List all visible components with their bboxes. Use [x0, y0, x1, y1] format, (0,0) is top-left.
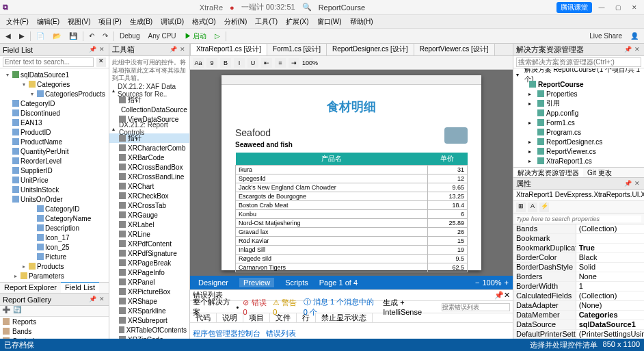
- error-col[interactable]: 禁止显示状态: [316, 313, 373, 323]
- toolbox-item[interactable]: XRCrossBandLine: [109, 172, 189, 181]
- toolbox-item[interactable]: XRSubreport: [109, 315, 189, 325]
- toolbox-item[interactable]: XRGauge: [109, 210, 189, 220]
- prop-row[interactable]: CalculatedFields(Collection): [513, 291, 644, 301]
- save-icon[interactable]: 💾: [66, 31, 80, 40]
- toolbox-item[interactable]: XRPictureBox: [109, 287, 189, 296]
- sol-item[interactable]: ▸Properties: [515, 89, 643, 99]
- tab-pkg-console[interactable]: 程序包管理器控制台: [193, 328, 260, 339]
- size-dropdown[interactable]: 9: [206, 58, 217, 68]
- pin-icon[interactable]: 📌: [623, 46, 632, 54]
- pin-icon[interactable]: 📌: [494, 291, 504, 299]
- pin-icon[interactable]: 📌: [88, 296, 96, 304]
- tree-item[interactable]: Icon_25: [1, 242, 107, 252]
- tree-item[interactable]: ▸Parameters: [1, 271, 107, 281]
- tab-git[interactable]: Git 更改: [583, 168, 616, 177]
- redo-icon[interactable]: ↷: [100, 31, 111, 40]
- sol-item[interactable]: ▸引用: [515, 99, 643, 108]
- menu-item[interactable]: 视图(V): [64, 16, 94, 28]
- tree-item[interactable]: CategoryName: [1, 213, 107, 223]
- property-object[interactable]: XtraReport1 DevExpress.XtraReports.UI.Xt…: [513, 190, 644, 201]
- menu-item[interactable]: 项目(P): [95, 16, 124, 28]
- prop-value[interactable]: 1: [576, 282, 644, 291]
- prop-row[interactable]: BookmarkDuplicateSuppTrue: [513, 244, 644, 253]
- sol-item[interactable]: ▸Form1.cs: [515, 118, 643, 127]
- toolbox-item[interactable]: XRPdfContent: [109, 239, 189, 248]
- gallery-refresh-icon[interactable]: 🔄: [12, 306, 22, 315]
- toolbox-item[interactable]: XRPanel: [109, 277, 189, 287]
- close-panel-icon[interactable]: ✕: [98, 296, 106, 304]
- gallery-add-icon[interactable]: ➕: [1, 306, 11, 315]
- toolbox-item[interactable]: XRTableOfContents: [109, 325, 189, 335]
- toolbox-group[interactable]: ▴DX.21.2: XAF Data Sources for Re..: [109, 86, 189, 95]
- tab-error-list[interactable]: 错误列表: [266, 328, 296, 339]
- toolbox-item[interactable]: XRLine: [109, 229, 189, 239]
- prop-value[interactable]: (PrinterSettingsUsing): [576, 330, 644, 339]
- tree-item[interactable]: ReorderLevel: [1, 156, 107, 166]
- minimize-icon[interactable]: —: [595, 3, 608, 12]
- new-icon[interactable]: 📄: [33, 31, 47, 40]
- error-col[interactable]: 行: [297, 313, 316, 323]
- property-search-input[interactable]: [516, 216, 641, 222]
- gallery-item[interactable]: Reports: [0, 317, 109, 326]
- prop-row[interactable]: DefaultPrinterSettingsUsin(PrinterSettin…: [513, 330, 644, 339]
- zoom-in-icon[interactable]: +: [505, 278, 509, 287]
- property-grid[interactable]: Bands(Collection)BookmarkBookmarkDuplica…: [513, 224, 644, 339]
- tree-item[interactable]: UnitsInStock: [1, 185, 107, 194]
- tree-item[interactable]: EAN13: [1, 118, 107, 127]
- menu-item[interactable]: 调试(D): [157, 16, 187, 28]
- menu-item[interactable]: 工具(T): [252, 16, 281, 28]
- tree-item[interactable]: UnitPrice: [1, 175, 107, 185]
- account-icon[interactable]: 👤: [628, 31, 641, 40]
- undo-icon[interactable]: ↶: [86, 31, 97, 40]
- doc-tab[interactable]: ReportViewer.cs [设计]: [414, 44, 495, 55]
- toolbox-item[interactable]: XRPdfSignature: [109, 248, 189, 258]
- gallery-list[interactable]: ReportsBandsControlsStylesData Sources: [0, 317, 109, 339]
- tab-designer[interactable]: Designer: [194, 278, 232, 287]
- toolbox-item[interactable]: XRLabel: [109, 220, 189, 229]
- pin-icon[interactable]: 📌: [88, 46, 96, 54]
- prop-value[interactable]: (None): [576, 301, 644, 311]
- nav-back-icon[interactable]: ◀: [3, 31, 14, 40]
- tree-item[interactable]: Description: [1, 223, 107, 233]
- italic-icon[interactable]: I: [234, 58, 245, 68]
- pin-icon[interactable]: 📌: [169, 46, 177, 54]
- toolbox-item[interactable]: CollectionDataSource: [109, 105, 189, 114]
- categorize-icon[interactable]: ⊞: [516, 203, 526, 212]
- menu-item[interactable]: 帮助(H): [347, 16, 377, 28]
- close-panel-icon[interactable]: ✕: [633, 180, 641, 188]
- tree-item[interactable]: SupplierID: [1, 166, 107, 175]
- underline-icon[interactable]: U: [247, 58, 258, 68]
- gallery-item[interactable]: Bands: [0, 326, 109, 336]
- solution-tree[interactable]: ▾解决方案'ReportCourse'(1 个项目/共 1 个)ReportCo…: [513, 68, 644, 167]
- live-share-button[interactable]: Live Share: [587, 31, 625, 40]
- maximize-icon[interactable]: ▢: [611, 3, 625, 12]
- toolbox-list[interactable]: 此组中没有可用的控件。将某项拖至此文本可将其添加到工具箱。▴DX.21.2: X…: [109, 56, 189, 339]
- font-dropdown[interactable]: Aa: [193, 58, 204, 68]
- tab-field-list[interactable]: Field List: [61, 282, 99, 293]
- prop-row[interactable]: BorderColorBlack: [513, 253, 644, 263]
- align-left-icon[interactable]: ⇤: [261, 58, 272, 68]
- toolbox-item[interactable]: XRShape: [109, 296, 189, 306]
- close-panel-icon[interactable]: ✕: [178, 46, 187, 54]
- open-icon[interactable]: 📂: [50, 31, 64, 40]
- prop-row[interactable]: DataMemberCategories: [513, 311, 644, 320]
- doc-tab[interactable]: XtraReport1.cs [设计]: [190, 44, 267, 55]
- error-col[interactable]: 项目: [243, 313, 270, 323]
- prop-row[interactable]: DataAdapter(None): [513, 301, 644, 311]
- run-button[interactable]: ▶ 启动: [182, 31, 210, 42]
- tree-item[interactable]: CategoryID: [1, 204, 107, 213]
- search-icon[interactable]: 🔍: [302, 3, 312, 12]
- toolbox-item[interactable]: XRPageBreak: [109, 258, 189, 268]
- events-icon[interactable]: ⚡: [539, 203, 549, 212]
- menu-item[interactable]: 格式(O): [189, 16, 219, 28]
- tree-item[interactable]: Icon_17: [1, 233, 107, 242]
- tree-item[interactable]: QuantityPerUnit: [1, 146, 107, 156]
- search-clear-icon[interactable]: ✕: [96, 57, 106, 67]
- toolbox-item[interactable]: XRPageInfo: [109, 268, 189, 277]
- tree-item[interactable]: UnitsOnOrder: [1, 194, 107, 204]
- design-surface[interactable]: 食材明细 Seafood Seaweed and fish 产品名单价 Ikur…: [190, 70, 513, 276]
- sol-item[interactable]: ▸XtraReport1.cs: [515, 156, 643, 166]
- prop-value[interactable]: sqlDataSource1: [576, 320, 644, 330]
- close-panel-icon[interactable]: ✕: [98, 46, 106, 54]
- prop-value[interactable]: (Collection): [576, 224, 644, 234]
